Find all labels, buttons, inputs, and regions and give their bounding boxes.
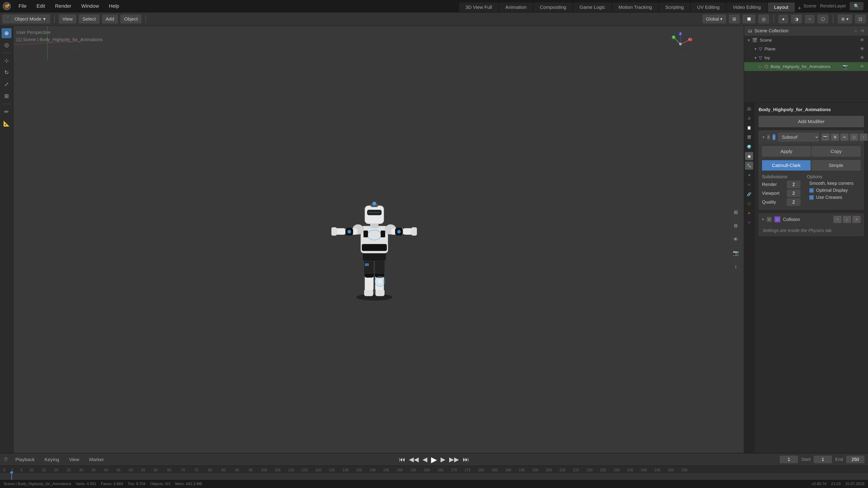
catmull-clark-button[interactable]: Catmull-Clark bbox=[762, 160, 811, 170]
tab-animation[interactable]: Animation bbox=[499, 2, 533, 12]
modifier-properties-tab[interactable]: 🔧 bbox=[745, 162, 753, 170]
menu-edit[interactable]: Edit bbox=[31, 0, 50, 12]
viewport-collections-icon[interactable]: ⊞ bbox=[730, 207, 741, 218]
start-frame-input[interactable] bbox=[814, 456, 832, 463]
next-frame-button[interactable]: ▶ bbox=[440, 456, 445, 463]
rotate-tool[interactable]: ↻ bbox=[2, 68, 11, 77]
collision-delete[interactable]: ✕ bbox=[852, 216, 861, 223]
outliner-item-plane[interactable]: ▾ ▽ Plane 👁 bbox=[744, 44, 868, 53]
constraints-tab[interactable]: 🔗 bbox=[745, 190, 753, 198]
view-menu[interactable]: View bbox=[59, 14, 76, 24]
xray-toggle[interactable]: ⊡ bbox=[855, 15, 866, 23]
cursor-tool[interactable]: ⊕ bbox=[2, 28, 11, 38]
outliner-item-ivy[interactable]: ▾ ▽ Ivy 👁 bbox=[744, 53, 868, 62]
scene-visibility-icon[interactable]: 👁 bbox=[860, 38, 864, 43]
optimal-display-checkbox[interactable] bbox=[809, 188, 814, 193]
copy-button[interactable]: Copy bbox=[812, 146, 861, 157]
snap-toggle[interactable]: 🔲 bbox=[743, 15, 755, 23]
mod-viewport-toggle[interactable]: 🖥 bbox=[831, 133, 839, 141]
viewport-3d[interactable]: User Perspective (1) Scene | Body_Highpo… bbox=[13, 26, 744, 453]
body-visibility-icon[interactable]: 👁 bbox=[860, 64, 864, 69]
apply-button[interactable]: Apply bbox=[762, 146, 811, 157]
tab-layout[interactable]: Layout bbox=[768, 2, 795, 12]
tab-compositing[interactable]: Compositing bbox=[533, 2, 572, 12]
end-frame-input[interactable] bbox=[846, 456, 864, 463]
view-layer-tab[interactable]: 📋 bbox=[745, 124, 753, 132]
jump-start-button[interactable]: ⏮ bbox=[399, 456, 405, 463]
select-tool[interactable]: ◎ bbox=[2, 40, 11, 50]
scene-properties-tab[interactable]: 🎬 bbox=[745, 133, 753, 141]
next-keyframe-button[interactable]: ▶▶ bbox=[449, 456, 459, 463]
menu-file[interactable]: File bbox=[13, 0, 31, 12]
subsurf-expand-icon[interactable]: ▾ bbox=[763, 135, 765, 140]
play-button[interactable]: ▶ bbox=[431, 455, 437, 464]
subsurf-check[interactable]: ✓ bbox=[767, 135, 770, 140]
proportional-edit[interactable]: ◎ bbox=[758, 15, 769, 23]
search-button[interactable]: 🔍 bbox=[850, 2, 864, 10]
physics-tab[interactable]: ⚛ bbox=[745, 181, 753, 189]
menu-help[interactable]: Help bbox=[104, 0, 124, 12]
viewport-overlays[interactable]: ⊕ ▾ bbox=[838, 15, 852, 23]
blender-logo[interactable] bbox=[0, 0, 13, 12]
data-properties-tab[interactable]: ⬡ bbox=[745, 199, 753, 207]
prev-frame-button[interactable]: ◀ bbox=[423, 456, 428, 463]
collision-down[interactable]: ↓ bbox=[843, 216, 851, 223]
object-mode-dropdown[interactable]: ⬛ Object Mode ▾ bbox=[2, 14, 50, 24]
shade-material[interactable]: ◑ bbox=[791, 15, 802, 23]
ivy-visibility-icon[interactable]: 👁 bbox=[860, 55, 864, 60]
fluid-tab[interactable]: ⌖ bbox=[745, 219, 753, 227]
mod-up[interactable]: ↑ bbox=[860, 133, 868, 141]
add-menu[interactable]: Add bbox=[102, 14, 118, 24]
quality-input[interactable] bbox=[787, 198, 800, 206]
shade-solid[interactable]: ● bbox=[778, 15, 788, 23]
tab-add[interactable]: + bbox=[796, 4, 804, 12]
simple-button[interactable]: Simple bbox=[811, 160, 861, 170]
annotate-tool[interactable]: ✏ bbox=[2, 107, 11, 117]
menu-window[interactable]: Window bbox=[76, 0, 104, 12]
tab-uvediting[interactable]: UV Editing bbox=[691, 2, 726, 12]
plane-visibility-icon[interactable]: 👁 bbox=[860, 46, 864, 52]
material-properties-tab[interactable]: ● bbox=[745, 209, 753, 217]
marker-menu[interactable]: Marker bbox=[87, 456, 107, 463]
tab-motiontracking[interactable]: Motion Tracking bbox=[612, 2, 658, 12]
menu-render[interactable]: Render bbox=[50, 0, 76, 12]
mod-render-toggle[interactable]: 📷 bbox=[822, 133, 830, 141]
scale-tool[interactable]: ⤢ bbox=[2, 79, 11, 89]
tab-scripting[interactable]: Scripting bbox=[659, 2, 690, 12]
view-menu[interactable]: View bbox=[66, 456, 82, 463]
outliner-filter-icon[interactable]: ⌕ bbox=[855, 29, 857, 33]
viewport-subdiv-input[interactable] bbox=[787, 190, 800, 197]
prev-keyframe-button[interactable]: ◀◀ bbox=[409, 456, 419, 463]
tab-gamelogic[interactable]: Game Logic bbox=[573, 2, 612, 12]
outliner-item-scene[interactable]: ▾ 🎬 Scene 👁 bbox=[744, 36, 868, 44]
collision-up[interactable]: ↑ bbox=[833, 216, 842, 223]
object-menu[interactable]: Object bbox=[121, 14, 142, 24]
outliner-sync-icon[interactable]: ⟳ bbox=[861, 29, 864, 33]
transform-tool[interactable]: ⊞ bbox=[2, 91, 11, 101]
collision-check[interactable]: ✓ bbox=[767, 217, 772, 222]
mod-cage-toggle[interactable]: ⬡ bbox=[850, 133, 858, 141]
outliner-item-body[interactable]: ▷ ⬡ Body_Highpoly_for_Animations 📷 👁 bbox=[744, 62, 868, 71]
tab-3dviewfull[interactable]: 3D View Full bbox=[459, 2, 498, 12]
global-dropdown[interactable]: Global ▾ bbox=[703, 15, 726, 23]
render-properties-tab[interactable]: 🎥 bbox=[745, 105, 753, 113]
modifier-type-select[interactable]: Subsurf bbox=[778, 133, 819, 141]
object-properties-tab[interactable]: ▣ bbox=[745, 152, 753, 160]
playback-menu[interactable]: Playback bbox=[13, 456, 37, 463]
transform-pivot[interactable]: ⊞ bbox=[729, 15, 740, 23]
measure-tool[interactable]: 📐 bbox=[2, 119, 11, 129]
use-creases-checkbox[interactable] bbox=[809, 195, 814, 200]
world-properties-tab[interactable]: 🌍 bbox=[745, 142, 753, 151]
add-modifier-button[interactable]: Add Modifier bbox=[758, 116, 864, 127]
current-frame-input[interactable] bbox=[780, 456, 798, 463]
viewport-show-all-icon[interactable]: 👁 bbox=[730, 234, 741, 245]
viewport-options-icon[interactable]: ⚙ bbox=[730, 220, 741, 232]
jump-end-button[interactable]: ⏭ bbox=[463, 456, 469, 463]
tab-videoediting[interactable]: Video Editing bbox=[726, 2, 767, 12]
particles-tab[interactable]: ✦ bbox=[745, 171, 753, 179]
viewport-gizmo[interactable]: X Y Z bbox=[667, 31, 694, 58]
select-menu[interactable]: Select bbox=[79, 14, 99, 24]
body-camera-icon[interactable]: 📷 bbox=[843, 64, 848, 69]
render-subdiv-input[interactable] bbox=[787, 181, 800, 188]
viewport-camera-icon[interactable]: 📷 bbox=[730, 248, 741, 259]
